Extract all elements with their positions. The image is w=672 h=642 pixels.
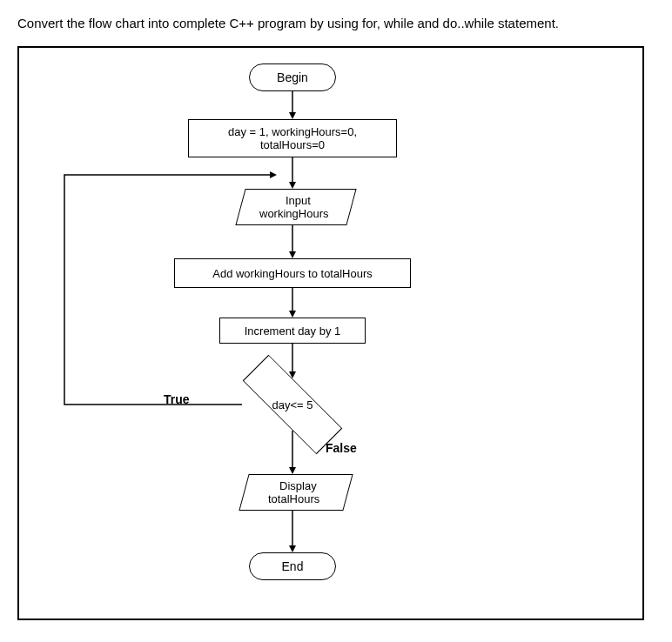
- begin-label: Begin: [277, 70, 308, 84]
- decision-label: day<= 5: [272, 398, 313, 411]
- accumulate-process: Add workingHours to totalHours: [174, 258, 411, 288]
- svg-marker-3: [289, 182, 296, 189]
- begin-terminal: Begin: [249, 64, 336, 91]
- svg-marker-1: [289, 112, 296, 119]
- display-line1: Display: [279, 479, 317, 492]
- input-line1: Input: [286, 194, 311, 207]
- true-label: True: [164, 392, 190, 406]
- end-terminal: End: [249, 552, 336, 580]
- increment-process: Increment day by 1: [219, 318, 366, 344]
- increment-label: Increment day by 1: [245, 324, 341, 338]
- decision-diamond: day<= 5: [249, 378, 336, 431]
- instruction-caption: Convert the flow chart into complete C++…: [17, 14, 655, 32]
- svg-marker-14: [289, 545, 296, 552]
- display-line2: totalHours: [268, 492, 319, 505]
- svg-marker-8: [289, 311, 296, 318]
- svg-marker-12: [289, 467, 296, 474]
- init-line2: totalHours=0: [260, 138, 325, 151]
- svg-marker-6: [289, 251, 296, 258]
- input-io: Input workingHours: [235, 189, 356, 225]
- false-label: False: [326, 441, 357, 455]
- accumulate-label: Add workingHours to totalHours: [212, 267, 373, 280]
- init-process: day = 1, workingHours=0, totalHours=0: [188, 119, 397, 157]
- init-line1: day = 1, workingHours=0,: [228, 125, 357, 138]
- flowchart-container: Begin day = 1, workingHours=0, totalHour…: [17, 46, 644, 620]
- input-line2: workingHours: [259, 207, 328, 220]
- display-io: Display totalHours: [239, 474, 353, 511]
- end-label: End: [282, 559, 304, 573]
- svg-marker-4: [270, 171, 277, 178]
